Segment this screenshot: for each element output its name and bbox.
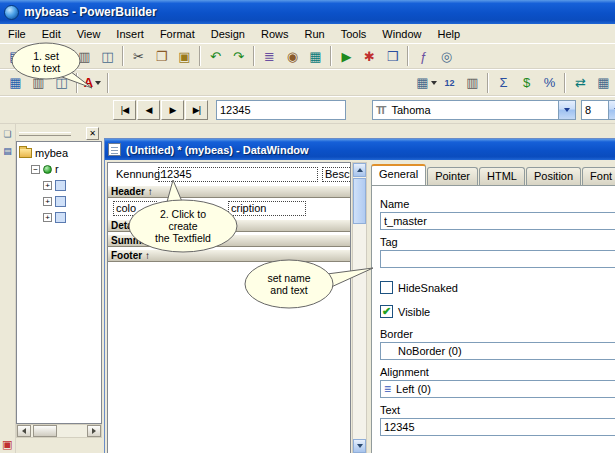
system-tree-panel: ✕ mybea − r + + + [16, 126, 102, 453]
prior-row-button[interactable]: ◀ [137, 100, 160, 120]
text-input[interactable] [380, 418, 615, 436]
copy-icon[interactable]: ❐ [150, 45, 173, 67]
tab-pointer[interactable]: Pointer [427, 167, 478, 185]
menu-run[interactable]: Run [296, 26, 332, 42]
menu-file[interactable]: File [0, 26, 34, 42]
tab-html[interactable]: HTML [479, 167, 525, 185]
border-style-icon[interactable]: ▦ [415, 72, 438, 94]
column-specs-icon[interactable]: ▥ [461, 72, 484, 94]
library-icon[interactable]: ≣ [258, 45, 281, 67]
font-size-combo[interactable]: 8 [581, 100, 615, 120]
undo-icon[interactable]: ↶ [204, 45, 227, 67]
clip-window-icon[interactable]: ▣ [2, 438, 12, 451]
menu-help[interactable]: Help [429, 26, 468, 42]
next-row-button[interactable]: ▶ [161, 100, 184, 120]
collapse-icon[interactable]: − [31, 165, 40, 174]
sum-icon[interactable]: Σ [492, 72, 515, 94]
tab-order-icon[interactable]: 12 [438, 72, 461, 94]
percent-icon[interactable]: % [538, 72, 561, 94]
left-arrow-icon [22, 428, 26, 434]
font-name-combo[interactable]: TT Tahoma [372, 100, 576, 120]
tree-item[interactable]: + [43, 177, 101, 193]
close-panel-button[interactable]: ✕ [86, 127, 99, 140]
tree-item[interactable]: + [43, 209, 101, 225]
stylebar-toolbar: |◀ ◀ ▶ ▶| TT Tahoma 8 [0, 96, 615, 124]
font-name-value: Tahoma [388, 104, 558, 116]
tag-label: Tag [380, 236, 609, 248]
run-icon[interactable]: ▶ [335, 45, 358, 67]
dropdown-arrow-icon [564, 108, 570, 112]
menu-rows[interactable]: Rows [253, 26, 297, 42]
combo-dropdown-button[interactable] [608, 101, 615, 119]
window-title: mybeas - PowerBuilder [24, 5, 157, 19]
table-icon[interactable]: ▦ [304, 45, 327, 67]
menu-window[interactable]: Window [374, 26, 429, 42]
expand-icon[interactable]: + [43, 181, 52, 190]
text-value-input[interactable] [216, 100, 346, 120]
child-window-body: Kennung: 12345 Beschreib Header ↑ colo c… [105, 160, 615, 453]
tab-font[interactable]: Font [582, 167, 615, 185]
toolbar-separator [407, 46, 409, 66]
name-label: Name [380, 198, 609, 210]
menu-insert[interactable]: Insert [108, 26, 152, 42]
menu-edit[interactable]: Edit [34, 26, 69, 42]
database-icon[interactable]: ◉ [281, 45, 304, 67]
scroll-left-button[interactable] [17, 425, 31, 437]
child-title-bar[interactable]: (Untitled) * (mybeas) - DataWindow [105, 139, 615, 160]
tree-item[interactable]: + [43, 193, 101, 209]
swap-icon[interactable]: ⇄ [569, 72, 592, 94]
cut-icon[interactable]: ✂ [127, 45, 150, 67]
window-icon[interactable]: ❒ [381, 45, 404, 67]
border-select[interactable]: NoBorder (0) [380, 342, 615, 360]
beschreibung-text-object[interactable]: Beschreib [322, 167, 351, 182]
combo-dropdown-button[interactable] [558, 101, 575, 119]
hidesnaked-checkbox[interactable] [380, 281, 393, 294]
grid-icon[interactable]: ▦ [592, 72, 615, 94]
tab-position[interactable]: Position [526, 167, 581, 185]
toolbar-separator [122, 46, 124, 66]
panel-grip[interactable] [19, 132, 71, 136]
alignment-select[interactable]: ≡ Left (0) [380, 380, 615, 398]
tab-general[interactable]: General [371, 164, 426, 185]
properties-tabs: General Pointer HTML Position Font Other [371, 164, 615, 185]
expand-icon[interactable]: + [43, 213, 52, 222]
border-value: NoBorder (0) [398, 345, 462, 357]
zoom-icon[interactable]: ◎ [435, 45, 458, 67]
scroll-up-button[interactable] [353, 163, 366, 177]
tree-horizontal-scrollbar[interactable] [16, 424, 102, 438]
tag-input[interactable] [380, 250, 615, 268]
panel-icon[interactable]: ❏ [1, 127, 15, 141]
hidesnaked-row: HideSnaked [380, 281, 609, 294]
toolbar-separator [253, 46, 255, 66]
title-bar[interactable]: mybeas - PowerBuilder [0, 0, 615, 24]
scroll-down-button[interactable] [353, 439, 366, 453]
menu-view[interactable]: View [69, 26, 109, 42]
expand-icon[interactable]: + [43, 197, 52, 206]
paste-icon[interactable]: ▣ [173, 45, 196, 67]
redo-icon[interactable]: ↷ [227, 45, 250, 67]
column-object-2[interactable]: cription [228, 201, 306, 216]
tree-panel-header: ✕ [16, 126, 102, 141]
scroll-thumb[interactable] [33, 425, 57, 437]
debug-icon[interactable]: ✱ [358, 45, 381, 67]
last-row-button[interactable]: ▶| [185, 100, 208, 120]
general-tab-page: Name Tag HideSnaked ✔ Visible Border [371, 185, 615, 453]
hidesnaked-label: HideSnaked [398, 282, 458, 294]
datawindow-child-window: (Untitled) * (mybeas) - DataWindow Kennu… [104, 138, 615, 453]
scroll-thumb[interactable] [353, 178, 366, 224]
panel-icon[interactable]: ▤ [1, 144, 15, 158]
toolbar-separator [487, 73, 489, 93]
menu-tools[interactable]: Tools [333, 26, 375, 42]
callout-set-name: set name and text [243, 258, 375, 310]
menu-design[interactable]: Design [203, 26, 253, 42]
first-row-button[interactable]: |◀ [113, 100, 136, 120]
currency-icon[interactable]: $ [515, 72, 538, 94]
name-input[interactable] [380, 212, 615, 230]
callout-click-create: 2. Click to create the Textfield [127, 178, 239, 254]
tree-item-target[interactable]: − r [31, 161, 101, 177]
scroll-right-button[interactable] [87, 425, 101, 437]
visible-checkbox[interactable]: ✔ [380, 305, 393, 318]
tree-item-workspace[interactable]: mybea [19, 145, 101, 161]
menu-format[interactable]: Format [152, 26, 203, 42]
function-icon[interactable]: ƒ [412, 45, 435, 67]
